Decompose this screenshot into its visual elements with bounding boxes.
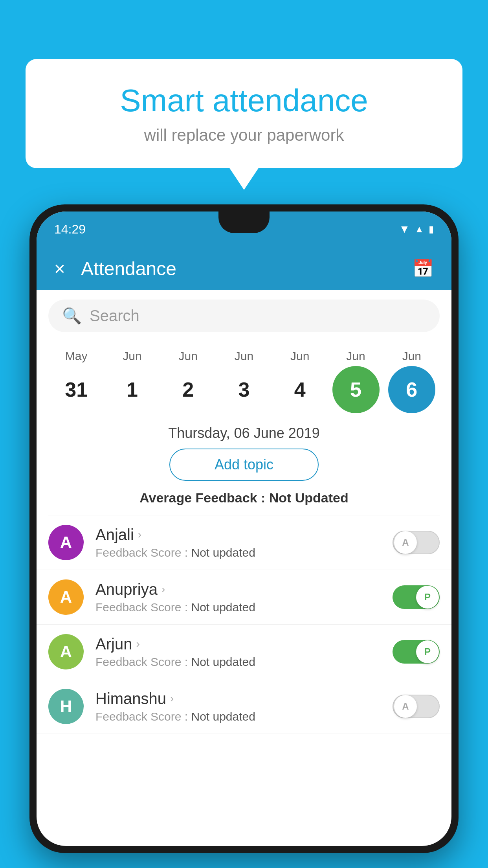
student-chevron-0: ›: [138, 528, 141, 541]
cal-month-4: Jun: [276, 349, 323, 363]
student-list: A Anjali › Feedback Score : Not updated …: [37, 515, 451, 734]
attendance-toggle-0[interactable]: A: [393, 531, 440, 554]
cal-month-1: Jun: [108, 349, 156, 363]
phone-mockup: 14:29 ▼ ▲ ▮ × Attendance 📅 🔍 Search: [29, 204, 459, 868]
calendar-months: May Jun Jun Jun Jun Jun Jun: [48, 349, 440, 363]
student-row-0[interactable]: A Anjali › Feedback Score : Not updated …: [37, 515, 451, 570]
signal-icon: ▲: [415, 224, 424, 235]
cal-date-1[interactable]: 1: [108, 366, 156, 413]
student-name-3: Himanshu ›: [95, 690, 385, 708]
student-toggle-wrap-1[interactable]: P: [393, 585, 440, 609]
student-feedback-0: Feedback Score : Not updated: [95, 546, 385, 559]
battery-icon: ▮: [429, 224, 434, 235]
attendance-toggle-1[interactable]: P: [393, 585, 440, 609]
student-info-3: Himanshu › Feedback Score : Not updated: [95, 690, 385, 723]
speech-bubble: Smart attendance will replace your paper…: [26, 59, 462, 168]
status-bar: 14:29 ▼ ▲ ▮: [37, 211, 451, 247]
bubble-title: Smart attendance: [53, 83, 435, 119]
status-icons: ▼ ▲ ▮: [399, 223, 434, 235]
cal-date-3[interactable]: 3: [220, 366, 268, 413]
cal-month-3: Jun: [220, 349, 268, 363]
calendar-row: May Jun Jun Jun Jun Jun Jun 31 1 2 3 4 5…: [37, 342, 451, 417]
toggle-thumb-2: P: [416, 640, 439, 663]
search-icon: 🔍: [62, 307, 82, 325]
student-feedback-1: Feedback Score : Not updated: [95, 601, 385, 614]
app-header: × Attendance 📅: [37, 247, 451, 290]
attendance-toggle-3[interactable]: A: [393, 695, 440, 718]
student-name-2: Arjun ›: [95, 635, 385, 653]
phone-inner: 14:29 ▼ ▲ ▮ × Attendance 📅 🔍 Search: [37, 211, 451, 846]
student-feedback-3: Feedback Score : Not updated: [95, 710, 385, 723]
close-button[interactable]: ×: [54, 258, 65, 280]
toggle-thumb-1: P: [416, 586, 439, 609]
cal-month-6: Jun: [388, 349, 435, 363]
student-avatar-1: A: [48, 579, 84, 615]
cal-date-6[interactable]: 6: [388, 366, 435, 413]
search-input[interactable]: Search: [90, 307, 139, 325]
cal-date-4[interactable]: 4: [276, 366, 323, 413]
phone-notch: [218, 211, 270, 233]
student-toggle-wrap-0[interactable]: A: [393, 531, 440, 554]
bubble-subtitle: will replace your paperwork: [53, 126, 435, 145]
student-chevron-2: ›: [136, 638, 139, 650]
status-time: 14:29: [54, 222, 86, 237]
student-row-3[interactable]: H Himanshu › Feedback Score : Not update…: [37, 679, 451, 734]
student-toggle-wrap-3[interactable]: A: [393, 695, 440, 718]
student-avatar-2: A: [48, 634, 84, 669]
student-name-1: Anupriya ›: [95, 581, 385, 598]
toggle-thumb-0: A: [394, 531, 417, 554]
selected-date-label: Thursday, 06 June 2019: [37, 425, 451, 441]
calendar-icon[interactable]: 📅: [412, 258, 434, 279]
cal-month-5: Jun: [332, 349, 380, 363]
wifi-icon: ▼: [399, 223, 410, 235]
student-row-2[interactable]: A Arjun › Feedback Score : Not updated P: [37, 625, 451, 679]
header-title: Attendance: [81, 258, 412, 280]
avg-feedback-label: Average Feedback :: [139, 490, 269, 505]
cal-date-2[interactable]: 2: [165, 366, 212, 413]
student-avatar-3: H: [48, 689, 84, 724]
search-bar[interactable]: 🔍 Search: [48, 300, 440, 332]
cal-month-0: May: [53, 349, 100, 363]
student-info-0: Anjali › Feedback Score : Not updated: [95, 526, 385, 559]
avg-feedback: Average Feedback : Not Updated: [37, 490, 451, 506]
student-feedback-2: Feedback Score : Not updated: [95, 655, 385, 669]
student-info-2: Arjun › Feedback Score : Not updated: [95, 635, 385, 669]
cal-month-2: Jun: [165, 349, 212, 363]
student-toggle-wrap-2[interactable]: P: [393, 640, 440, 664]
attendance-toggle-2[interactable]: P: [393, 640, 440, 664]
student-row-1[interactable]: A Anupriya › Feedback Score : Not update…: [37, 570, 451, 625]
add-topic-button[interactable]: Add topic: [169, 449, 319, 481]
student-avatar-0: A: [48, 525, 84, 560]
cal-date-0[interactable]: 31: [53, 366, 100, 413]
toggle-thumb-3: A: [394, 695, 417, 718]
avg-feedback-value: Not Updated: [269, 490, 349, 505]
calendar-dates: 31 1 2 3 4 5 6: [48, 366, 440, 413]
student-chevron-3: ›: [170, 692, 174, 705]
student-name-0: Anjali ›: [95, 526, 385, 544]
speech-bubble-container: Smart attendance will replace your paper…: [26, 59, 462, 168]
phone-outer: 14:29 ▼ ▲ ▮ × Attendance 📅 🔍 Search: [29, 204, 459, 853]
student-chevron-1: ›: [161, 583, 165, 596]
student-info-1: Anupriya › Feedback Score : Not updated: [95, 581, 385, 614]
cal-date-5[interactable]: 5: [332, 366, 380, 413]
